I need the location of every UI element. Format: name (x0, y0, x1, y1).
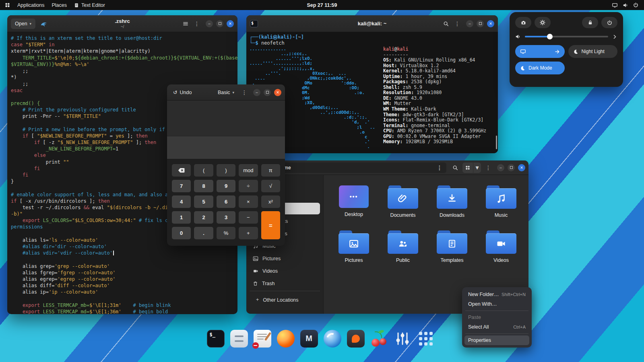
power-button[interactable] (601, 17, 617, 28)
calc-button-mod[interactable]: mod (239, 164, 258, 177)
lock-button[interactable] (582, 17, 598, 28)
calculator-kebab-menu-icon[interactable]: ⋮ (239, 87, 250, 98)
dock-burpsuite-icon[interactable] (346, 329, 365, 348)
grid-view-icon[interactable] (462, 162, 473, 173)
files-search-icon[interactable] (450, 162, 461, 173)
undo-button[interactable]: ↺ Undo (171, 89, 194, 95)
menu-item-properties[interactable]: Properties (464, 335, 529, 345)
view-options-chevron-icon[interactable]: ▾ (473, 162, 481, 173)
current-app-menu[interactable]: Text Editor (74, 2, 105, 8)
dock-cherrytree-icon[interactable] (369, 329, 388, 348)
path-kebab-menu-icon[interactable]: ⋮ (437, 165, 442, 171)
calc-button-2[interactable]: 2 (194, 211, 213, 224)
folder-music[interactable]: Music (477, 185, 526, 230)
system-status-area[interactable] (612, 2, 644, 8)
menu-places[interactable]: Places (52, 2, 67, 8)
calculator-titlebar[interactable]: ↺ Undo Basic ▾ ⋮ − × (167, 84, 285, 101)
calc-button-([interactable]: ( (194, 164, 213, 177)
editor-maximize-button[interactable] (216, 20, 223, 27)
dock-file-manager-icon[interactable] (229, 329, 248, 348)
calc-button-9[interactable]: 9 (217, 180, 235, 192)
network-toggle[interactable] (515, 45, 565, 58)
terminal-minimize-button[interactable]: − (466, 20, 473, 27)
calc-button-+[interactable]: + (239, 227, 258, 239)
calculator-entry-area[interactable] (167, 136, 285, 159)
menu-item-paste[interactable]: Paste (464, 313, 529, 322)
night-light-toggle[interactable]: Night Light (568, 45, 618, 58)
menu-item-open-with[interactable]: Open With… (464, 299, 529, 309)
activities-grid-icon[interactable] (5, 2, 10, 8)
dock-show-apps-icon[interactable] (416, 329, 435, 348)
dark-mode-toggle[interactable]: Dark Mode (515, 62, 565, 74)
calc-button-1[interactable]: 1 (172, 211, 191, 224)
view-toggle[interactable]: ▾ (462, 162, 481, 173)
files-headerbar[interactable]: Home ⋮ ▾ ⋮ − × (246, 160, 528, 175)
sidebar-item-pictures[interactable]: Pictures (250, 253, 320, 264)
expand-arrow-icon[interactable] (612, 34, 617, 39)
backspace-button[interactable] (172, 164, 191, 177)
calculator-maximize-button[interactable] (264, 89, 271, 96)
mode-dropdown[interactable]: Basic ▾ (215, 90, 237, 95)
calc-button-6[interactable]: 6 (217, 195, 235, 208)
terminal-scrollbar[interactable] (496, 136, 497, 149)
editor-titlebar[interactable]: Open ▾ .zshrc ~/ ⋮ − × (7, 15, 237, 32)
calc-button-%[interactable]: % (217, 227, 235, 239)
calc-button-.[interactable]: . (194, 227, 213, 239)
folder-desktop[interactable]: •••Desktop (329, 185, 378, 230)
calc-button-x²[interactable]: x² (261, 195, 280, 208)
menu-applications[interactable]: Applications (17, 2, 44, 8)
dock-terminal-icon[interactable]: $_ (206, 329, 225, 348)
terminal-titlebar[interactable]: $ kali@kali: ~ ⋮ − × (246, 15, 498, 32)
desktop[interactable]: { "topbar": { "applications": "Applicati… (0, 0, 644, 362)
files-maximize-button[interactable] (508, 164, 515, 171)
folder-documents[interactable]: Documents (378, 185, 427, 230)
sidebar-item-trash[interactable]: Trash (250, 278, 320, 289)
folder-downloads[interactable]: Downloads (427, 185, 477, 230)
volume-knob[interactable] (547, 34, 553, 39)
dock-metasploit-icon[interactable]: M (299, 329, 318, 348)
editor-minimize-button[interactable]: − (206, 20, 213, 27)
folder-templates[interactable]: Templates (427, 230, 477, 276)
menu-item-new-folder[interactable]: New Folder…Shift+Ctrl+N (464, 290, 529, 299)
dock-zap-icon[interactable] (323, 329, 342, 348)
sidebar-item-videos[interactable]: Videos (250, 265, 320, 277)
calc-button-−[interactable]: − (239, 211, 258, 224)
menu-item-select-all[interactable]: Select AllCtrl+A (464, 322, 529, 332)
volume-slider[interactable] (525, 36, 608, 37)
calc-button-7[interactable]: 7 (172, 180, 191, 192)
calc-button-√[interactable]: √ (261, 180, 280, 192)
path-bar[interactable]: Home ⋮ (264, 162, 446, 173)
calc-button-8[interactable]: 8 (194, 180, 213, 192)
files-minimize-button[interactable]: − (497, 164, 504, 171)
calc-button-÷[interactable]: ÷ (239, 180, 258, 192)
calc-button-)[interactable]: ) (217, 164, 235, 177)
calc-button-0[interactable]: 0 (172, 227, 191, 239)
dock-text-editor-icon[interactable] (253, 329, 272, 348)
terminal-maximize-button[interactable] (477, 20, 484, 27)
sidebar-item-other-locations[interactable]: + Other Locations (253, 294, 317, 306)
calculator-display[interactable] (167, 101, 285, 136)
terminal-search-icon[interactable] (440, 19, 452, 29)
open-button[interactable]: Open ▾ (11, 19, 35, 29)
files-close-button[interactable]: × (518, 164, 525, 171)
calc-button-π[interactable]: π (261, 164, 280, 177)
calc-button-×[interactable]: × (239, 195, 258, 208)
folder-videos[interactable]: Videos (477, 230, 526, 276)
terminal-close-button[interactable]: × (487, 20, 494, 27)
calculator-minimize-button[interactable]: − (253, 89, 260, 96)
files-kebab-menu-icon[interactable]: ⋮ (483, 162, 494, 173)
calculator-close-button[interactable]: × (274, 89, 281, 96)
folder-public[interactable]: Public (378, 230, 427, 276)
folder-pictures[interactable]: Pictures (329, 230, 378, 276)
calc-button-5[interactable]: 5 (194, 195, 213, 208)
settings-button[interactable] (535, 17, 551, 28)
calc-button-=[interactable]: = (261, 211, 280, 239)
editor-close-button[interactable]: × (227, 20, 234, 27)
editor-kebab-menu-icon[interactable]: ⋮ (191, 19, 202, 29)
clock[interactable]: Sep 27 11:59 (307, 2, 337, 8)
dock-firefox-icon[interactable] (276, 329, 295, 348)
terminal-kebab-menu-icon[interactable]: ⋮ (452, 19, 463, 29)
calc-button-3[interactable]: 3 (217, 211, 235, 224)
hamburger-menu-icon[interactable] (180, 19, 191, 29)
calc-button-4[interactable]: 4 (172, 195, 191, 208)
